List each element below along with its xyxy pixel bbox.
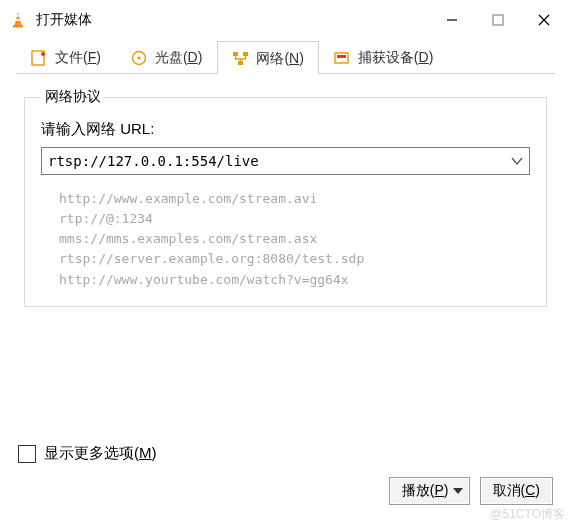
tab-network-label: 网络 <box>256 50 284 66</box>
minimize-button[interactable] <box>429 4 475 36</box>
svg-rect-2 <box>15 19 21 21</box>
svg-rect-4 <box>493 15 503 25</box>
more-options-checkbox[interactable] <box>18 445 36 463</box>
vlc-cone-icon <box>8 10 28 30</box>
svg-point-8 <box>41 52 45 56</box>
svg-rect-0 <box>13 25 23 28</box>
close-button[interactable] <box>521 4 567 36</box>
svg-rect-11 <box>233 52 238 56</box>
disc-icon <box>131 50 149 66</box>
tab-disc[interactable]: 光盘(D) <box>116 40 217 73</box>
url-input[interactable] <box>42 153 505 169</box>
network-protocol-group: 网络协议 请输入网络 URL: http://www.example.com/s… <box>24 88 547 307</box>
more-options-label: 显示更多选项(M) <box>44 444 157 463</box>
window-title: 打开媒体 <box>36 11 429 29</box>
tab-bar: 文件(F) 光盘(D) 网络(N) 捕获设备(D) <box>16 40 555 74</box>
watermark: @51CTO博客 <box>490 506 565 523</box>
url-prompt: 请输入网络 URL: <box>41 120 530 139</box>
titlebar: 打开媒体 <box>0 0 571 40</box>
svg-rect-1 <box>16 15 20 17</box>
tab-network[interactable]: 网络(N) <box>217 41 318 74</box>
network-icon <box>232 51 250 67</box>
play-button[interactable]: 播放(P) <box>389 477 470 505</box>
tab-content-network: 网络协议 请输入网络 URL: http://www.example.com/s… <box>0 74 571 317</box>
capture-icon <box>334 50 352 66</box>
svg-rect-13 <box>238 61 243 65</box>
svg-rect-12 <box>243 52 248 56</box>
chevron-down-icon <box>453 483 463 499</box>
tab-file-label: 文件 <box>55 49 83 65</box>
maximize-button[interactable] <box>475 4 521 36</box>
tab-file[interactable]: 文件(F) <box>16 40 116 73</box>
button-row: 播放(P) 取消(C) <box>18 477 553 505</box>
tab-disc-label: 光盘 <box>155 49 183 65</box>
more-options-row: 显示更多选项(M) <box>18 444 553 463</box>
file-icon <box>31 50 49 66</box>
tab-capture-label: 捕获设备 <box>358 49 414 65</box>
svg-point-10 <box>137 56 140 59</box>
chevron-down-icon[interactable] <box>505 148 529 174</box>
svg-rect-15 <box>337 55 346 58</box>
dialog-footer: 显示更多选项(M) 播放(P) 取消(C) <box>0 444 571 505</box>
window-controls <box>429 4 567 36</box>
url-combobox[interactable] <box>41 147 530 175</box>
url-examples: http://www.example.com/stream.avi rtp://… <box>59 189 530 290</box>
cancel-button[interactable]: 取消(C) <box>480 477 553 505</box>
group-legend: 网络协议 <box>41 88 105 106</box>
tab-capture[interactable]: 捕获设备(D) <box>319 40 448 73</box>
